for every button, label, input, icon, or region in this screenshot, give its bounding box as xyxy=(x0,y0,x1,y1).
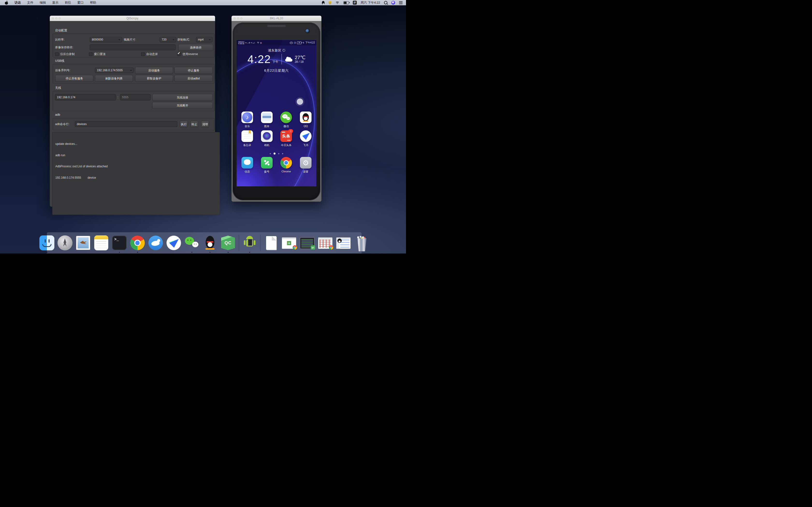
stop-all-services-button[interactable]: 停止所有服务 xyxy=(55,75,93,82)
home-page-dots[interactable] xyxy=(237,153,316,155)
phone-screen[interactable]: 优酷移动 中国联通 3G 4G ψ ◷ xyxy=(237,40,316,186)
wireless-ip-input[interactable] xyxy=(55,94,116,101)
dock-minimized-chat-window[interactable] xyxy=(336,235,351,250)
dock-minimized-chrome-window[interactable]: 坤 xyxy=(282,235,297,250)
wireless-disconnect-button[interactable]: 无线断开 xyxy=(152,102,213,109)
menu-file[interactable]: 文件 xyxy=(24,0,37,5)
traffic-light-buttons[interactable] xyxy=(234,17,242,19)
chrome-badge-icon xyxy=(329,245,333,249)
record-format-combobox[interactable]: mp4 xyxy=(196,37,212,42)
bitrate-combobox[interactable]: 8000000 xyxy=(90,37,122,42)
phone-app-toutiao[interactable]: 头条 1 今日头条 xyxy=(277,130,296,147)
checkbox-window-on-top[interactable]: 窗口置顶 xyxy=(89,52,106,56)
menu-bar-clock[interactable]: 周六 下午4:22 xyxy=(361,0,380,5)
apple-menu-icon[interactable] xyxy=(5,1,8,5)
dock-terminal-icon[interactable]: >_ xyxy=(112,235,127,250)
dock-wechat-icon[interactable] xyxy=(185,235,199,250)
dock-launchpad-icon[interactable] xyxy=(57,235,72,250)
carrier-line1: 优酷移动 xyxy=(238,41,244,43)
refresh-device-list-button[interactable]: 刷新设备列表 xyxy=(95,75,133,82)
start-service-button[interactable]: 启动服务 xyxy=(135,67,173,74)
zoom-button[interactable] xyxy=(59,17,61,19)
minimize-button[interactable] xyxy=(237,17,239,19)
dock-trash-icon[interactable] xyxy=(354,235,369,250)
phone-app-camera[interactable]: 相机 xyxy=(257,130,276,147)
menu-view[interactable]: 显示 xyxy=(49,0,62,5)
checkbox-use-reverse[interactable]: ✔ 使用reverse xyxy=(177,52,198,56)
stop-service-button[interactable]: 停止服务 xyxy=(174,67,213,74)
phone-app-feishu[interactable]: 飞书 xyxy=(296,130,315,147)
menu-finder[interactable]: 访达 xyxy=(11,0,24,5)
phone-mirror-window: BKL-AL20 优酷移动 中国联通 3G xyxy=(232,16,321,202)
dock-chrome-icon[interactable] xyxy=(130,235,145,250)
phone-app-settings[interactable]: ⚙ 设置 xyxy=(296,157,315,174)
net-type-label: 4G xyxy=(251,42,252,44)
location-row[interactable]: 浦东新区 xyxy=(237,48,316,53)
wifi-status-icon[interactable] xyxy=(335,1,340,4)
phone-app-music[interactable]: ♪ 音乐 xyxy=(238,112,257,128)
phone-app-dialer[interactable]: 拨号 xyxy=(257,157,276,174)
menu-edit[interactable]: 编辑 xyxy=(37,0,49,5)
dock-mail-icon[interactable] xyxy=(75,235,91,250)
checkbox-box[interactable] xyxy=(55,52,59,56)
adb-clear-button[interactable]: 清理 xyxy=(201,121,209,128)
phone-window-title-bar[interactable]: BKL-AL20 xyxy=(232,16,321,21)
qtscrcpy-title-bar[interactable]: QtScrcpy xyxy=(50,16,215,21)
phone-app-memo[interactable]: 备忘录 xyxy=(238,130,257,147)
chrome-badge-icon xyxy=(293,245,297,249)
battery-status-icon[interactable] xyxy=(343,1,349,4)
wireless-port-input[interactable] xyxy=(120,94,151,101)
spotlight-search-icon[interactable] xyxy=(384,1,388,4)
phone-app-gallery[interactable]: 图库 xyxy=(257,112,276,128)
dock-minimized-web-window[interactable] xyxy=(318,235,333,250)
notification-center-icon[interactable] xyxy=(399,1,403,4)
wireless-connect-button[interactable]: 无线连接 xyxy=(152,94,213,101)
siri-icon[interactable] xyxy=(391,1,395,5)
qq-app-icon xyxy=(300,112,311,123)
adb-stop-button[interactable]: 终止 xyxy=(191,121,198,128)
adb-run-button[interactable]: 执行 xyxy=(180,121,188,128)
start-adbd-button[interactable]: 启动adbd xyxy=(174,75,213,82)
phone-app-chrome[interactable]: Chrome xyxy=(277,157,296,174)
record-path-input[interactable] xyxy=(90,44,176,50)
phone-app-wechat[interactable]: 微信 xyxy=(277,112,296,128)
checkbox-auto-screen-off[interactable]: 自动息屏 xyxy=(141,52,158,56)
menu-help[interactable]: 帮助 xyxy=(87,0,99,5)
phone-app-qq[interactable]: QQ xyxy=(296,112,315,128)
dock-minimized-code-window[interactable]: QC xyxy=(300,235,315,250)
checkbox-box[interactable] xyxy=(89,52,93,56)
checkbox-box[interactable] xyxy=(141,52,145,56)
choose-path-button[interactable]: 选择路径 xyxy=(179,44,213,51)
menu-go[interactable]: 前往 xyxy=(62,0,74,5)
clock-weather-widget[interactable]: 4:22 下午 27℃ 28 / 18 xyxy=(237,53,316,66)
toutiao-app-icon: 头条 1 xyxy=(280,130,292,142)
minimize-button[interactable] xyxy=(55,17,57,19)
dock-finder-icon[interactable] xyxy=(39,235,54,250)
assistive-floating-ball[interactable] xyxy=(297,99,303,105)
qtscrcpy-window: QtScrcpy 启动配置 比特率: 8000000 视频尺寸: 720 录制格… xyxy=(50,16,215,207)
close-button[interactable] xyxy=(234,17,236,19)
video-size-combobox[interactable]: 720 xyxy=(160,37,176,42)
zoom-button[interactable] xyxy=(241,17,242,19)
phone-app-messages[interactable]: 信息 xyxy=(238,157,257,174)
close-button[interactable] xyxy=(52,17,54,19)
adb-command-input[interactable] xyxy=(75,121,177,127)
gear-glyph: ⚙ xyxy=(300,157,311,169)
input-method-icon[interactable]: 拼 xyxy=(353,1,357,5)
dock-seal-app-icon[interactable] xyxy=(148,235,163,250)
qq-status-icon[interactable] xyxy=(322,1,324,5)
record-format-label: 录制格式: xyxy=(177,37,190,42)
dock-notes-icon[interactable] xyxy=(94,235,109,250)
dock-android-tool-icon[interactable] xyxy=(242,235,257,250)
checkbox-background-record[interactable]: 仅后台录制 xyxy=(55,52,75,56)
dock-qq-icon[interactable] xyxy=(203,235,217,250)
dock-document-stack-icon[interactable] xyxy=(264,235,278,250)
menu-window[interactable]: 窗口 xyxy=(74,0,87,5)
dock-qtscrcpy-icon[interactable]: QC xyxy=(221,235,236,250)
device-serial-combobox[interactable]: 192.168.0.174:5555 xyxy=(95,68,134,73)
dock-paper-plane-app-icon[interactable] xyxy=(166,235,181,250)
get-device-ip-button[interactable]: 获取设备IP xyxy=(135,75,173,82)
checkbox-box-checked[interactable]: ✔ xyxy=(177,52,181,56)
traffic-light-buttons[interactable] xyxy=(52,17,61,19)
shield-status-icon[interactable] xyxy=(328,1,331,5)
